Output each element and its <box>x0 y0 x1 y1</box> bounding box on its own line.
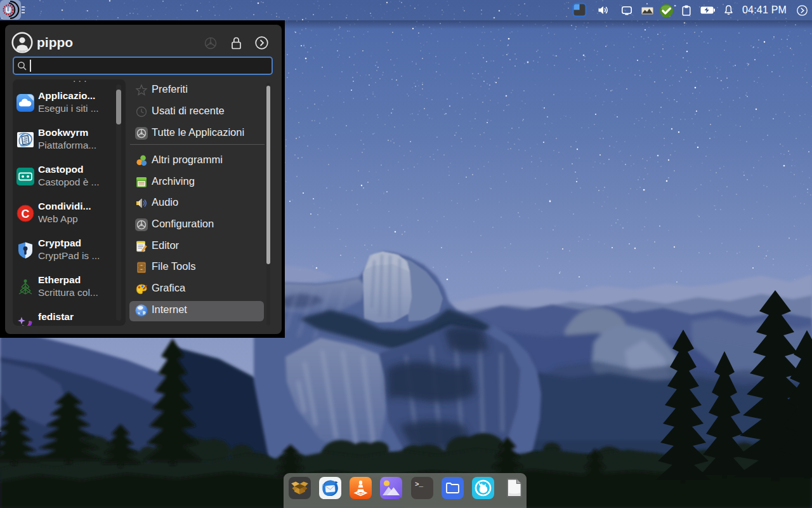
svg-text:C: C <box>22 208 30 220</box>
svg-text:>_: >_ <box>415 481 424 488</box>
